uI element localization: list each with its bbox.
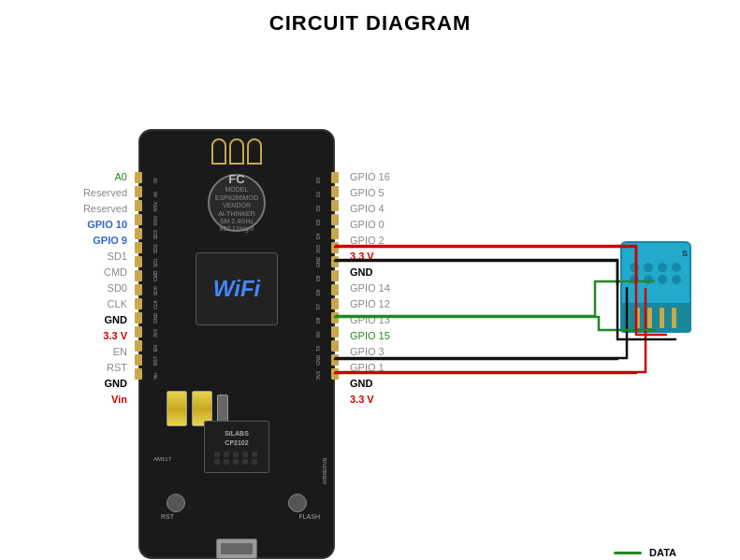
label-clk: CLK (0, 296, 131, 312)
label-gpio3: GPIO 3 (346, 344, 390, 360)
label-gpio14: GPIO 14 (346, 280, 390, 296)
label-gpio10: GPIO 10 (0, 217, 131, 233)
label-reserved-2: Reserved (0, 201, 131, 217)
label-gpio9: GPIO 9 (0, 233, 131, 249)
label-3v3-right-2: 3.3 V (346, 392, 390, 408)
label-gpio16: GPIO 16 (346, 169, 390, 185)
rst-button[interactable] (167, 494, 185, 512)
dht11-sensor: S (620, 241, 691, 333)
esp8266-board: FC MODELESP8266MODVENDORAI-THINKERSM 2.4… (138, 129, 335, 559)
label-gnd-1: GND (0, 312, 131, 328)
left-labels: A0 Reserved Reserved GPIO 10 GPIO 9 SD1 … (0, 169, 131, 408)
label-en: EN (0, 344, 131, 360)
label-cmd: CMD (0, 265, 131, 280)
label-gpio5: GPIO 5 (346, 185, 390, 201)
label-gnd-right-2: GND (346, 376, 390, 392)
legend-data-label: DATA (649, 547, 676, 558)
label-gpio0: GPIO 0 (346, 217, 390, 233)
label-vin: Vin (0, 392, 131, 408)
diagram-area: A0 Reserved Reserved GPIO 10 GPIO 9 SD1 … (0, 78, 740, 560)
label-reserved-1: Reserved (0, 185, 131, 201)
legend-data: DATA (614, 547, 676, 558)
label-3v3-right-1: 3.3 V (346, 249, 390, 265)
label-sd0: SD0 (0, 280, 131, 296)
label-gpio2: GPIO 2 (346, 233, 390, 249)
usb-connector[interactable] (216, 538, 257, 559)
label-3v3-1: 3.3 V (0, 328, 131, 344)
label-gpio1: GPIO 1 (346, 360, 390, 376)
label-sd1: SD1 (0, 249, 131, 265)
label-gpio12: GPIO 12 (346, 296, 390, 312)
right-labels: GPIO 16 GPIO 5 GPIO 4 GPIO 0 GPIO 2 3.3 … (346, 169, 390, 408)
page-title: CIRCUIT DIAGRAM (0, 0, 740, 36)
label-gnd-2: GND (0, 376, 131, 392)
label-gpio15: GPIO 15 (346, 328, 390, 344)
legend: DATA VCC GND (614, 547, 676, 560)
flash-button[interactable] (288, 494, 307, 512)
label-gnd-right-1: GND (346, 265, 390, 280)
label-gpio13: GPIO 13 (346, 312, 390, 328)
label-rst: RST (0, 360, 131, 376)
label-a0: A0 (0, 169, 131, 185)
label-gpio4: GPIO 4 (346, 201, 390, 217)
